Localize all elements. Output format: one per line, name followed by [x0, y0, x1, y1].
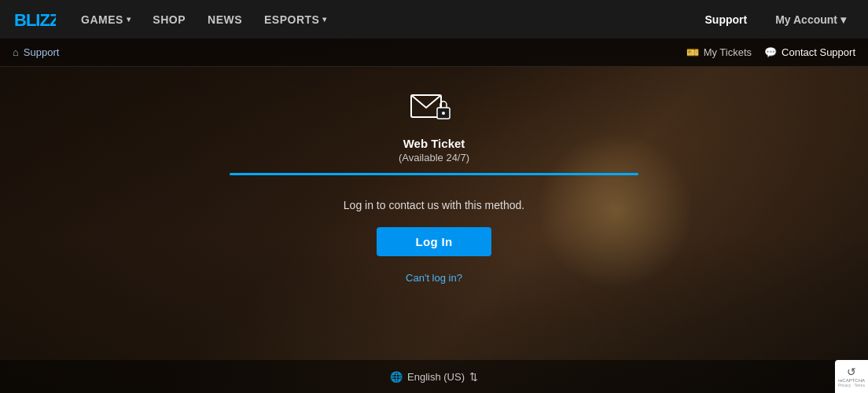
nav-games[interactable]: GAMES ▾ [72, 0, 140, 39]
progress-bar-fill [230, 173, 638, 175]
top-navigation: BLIZZARD GAMES ▾ SHOP NEWS ESPORTS ▾ Sup… [0, 0, 868, 39]
nav-shop[interactable]: SHOP [143, 0, 195, 39]
progress-bar [230, 173, 638, 175]
ticket-icon: 🎫 [686, 46, 699, 58]
chat-icon: 💬 [764, 46, 777, 58]
ticket-title: Web Ticket [403, 136, 465, 152]
chevron-down-icon: ▾ [322, 15, 327, 24]
recaptcha-badge: ↺ reCAPTCHA Privacy · Terms [835, 360, 868, 393]
nav-right: Support My Account ▾ [693, 0, 855, 39]
globe-icon: 🌐 [390, 371, 403, 383]
nav-esports[interactable]: ESPORTS ▾ [255, 0, 337, 39]
nav-news[interactable]: NEWS [198, 0, 252, 39]
breadcrumb[interactable]: ⌂ Support [13, 46, 59, 58]
nav-items: GAMES ▾ SHOP NEWS ESPORTS ▾ [72, 0, 693, 39]
my-account-button[interactable]: My Account ▾ [766, 0, 855, 39]
svg-point-3 [442, 112, 445, 115]
ticket-availability: (Available 24/7) [399, 152, 469, 163]
chevron-down-icon: ▾ [840, 13, 846, 26]
chevron-up-down-icon: ⇅ [469, 371, 478, 383]
my-tickets-link[interactable]: 🎫 My Tickets [686, 46, 752, 58]
log-in-button[interactable]: Log In [377, 227, 492, 256]
sub-navigation: ⌂ Support 🎫 My Tickets 💬 Contact Support [0, 39, 868, 67]
cant-log-in-link[interactable]: Can't log in? [406, 272, 462, 284]
home-icon: ⌂ [13, 46, 19, 58]
svg-text:BLIZZARD: BLIZZARD [14, 10, 56, 30]
chevron-down-icon: ▾ [127, 15, 131, 24]
main-content: Web Ticket (Available 24/7) Log in to co… [0, 67, 868, 393]
blizzard-logo[interactable]: BLIZZARD [13, 4, 56, 35]
footer: 🌐 English (US) ⇅ [0, 360, 868, 393]
login-message: Log in to contact us with this method. [344, 199, 524, 211]
contact-support-link[interactable]: 💬 Contact Support [764, 46, 855, 58]
language-selector[interactable]: 🌐 English (US) ⇅ [390, 371, 478, 383]
web-ticket-icon [410, 90, 458, 130]
sub-nav-right: 🎫 My Tickets 💬 Contact Support [686, 46, 855, 58]
nav-support-button[interactable]: Support [693, 0, 760, 39]
